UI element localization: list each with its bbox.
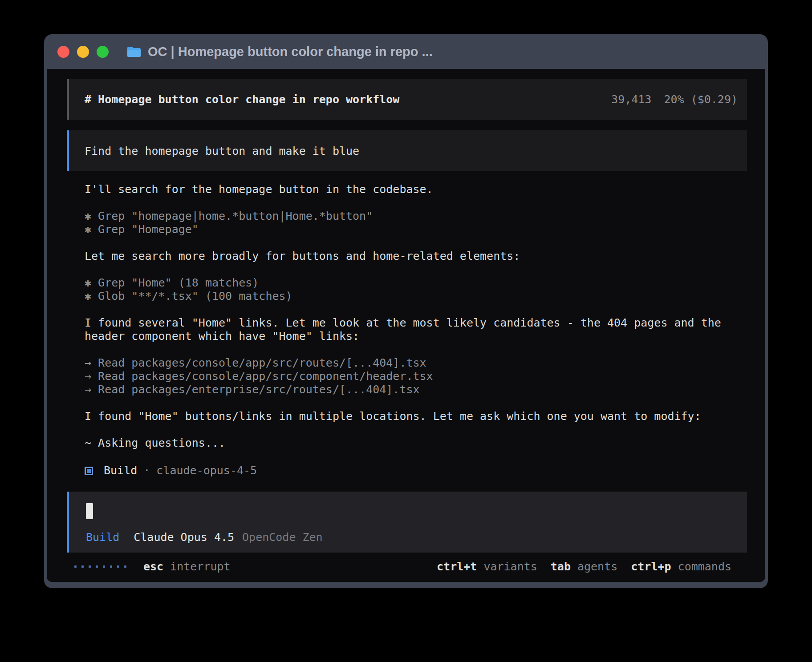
agent-status-line: Build · claude-opus-4-5 xyxy=(85,463,747,478)
agent-name: Build xyxy=(104,464,137,477)
tool-call-grep: ✱ Grep "Homepage" xyxy=(85,223,747,236)
titlebar: OC | Homepage button color change in rep… xyxy=(44,34,768,69)
shortcut-key-ctrl-p: ctrl+p xyxy=(631,560,671,573)
terminal-content: # Homepage button color change in repo w… xyxy=(47,69,765,582)
shortcut-commands: ctrl+p commands xyxy=(631,560,731,573)
maximize-button[interactable] xyxy=(97,46,109,58)
tool-call-glob: ✱ Glob "**/*.tsx" (100 matches) xyxy=(85,290,747,303)
shortcut-agents: tab agents xyxy=(551,560,617,573)
tool-call-group: → Read packages/console/app/src/routes/[… xyxy=(85,356,747,396)
assistant-text: I found several "Home" links. Let me loo… xyxy=(85,316,730,343)
desktop: OC | Homepage button color change in rep… xyxy=(0,0,812,662)
shortcut-key-tab: tab xyxy=(551,560,571,573)
tool-call-read: → Read packages/console/app/src/routes/[… xyxy=(85,356,747,370)
tool-call-group: ✱ Grep "homepage|home.*button|Home.*butt… xyxy=(85,210,747,236)
activity-dots xyxy=(74,565,126,568)
shortcut-label-commands: commands xyxy=(678,560,731,573)
user-message-text: Find the homepage button and make it blu… xyxy=(85,145,359,157)
traffic-lights xyxy=(57,46,109,58)
status-right: ctrl+t variants tab agents ctrl+p comman… xyxy=(437,560,731,573)
assistant-status-text: ~ Asking questions... xyxy=(85,436,730,450)
tool-call-grep: ✱ Grep "homepage|home.*button|Home.*butt… xyxy=(85,210,747,223)
agent-model: claude-opus-4-5 xyxy=(156,464,257,477)
folder-icon xyxy=(126,46,142,58)
tool-call-grep: ✱ Grep "Home" (18 matches) xyxy=(85,276,747,290)
prompt-input[interactable]: Build Claude Opus 4.5 OpenCode Zen xyxy=(67,492,747,553)
assistant-text: Let me search more broadly for buttons a… xyxy=(85,250,730,263)
token-count: 39,413 xyxy=(611,93,651,106)
shortcut-label-variants: variants xyxy=(483,560,537,573)
tool-call-read: → Read packages/console/app/src/componen… xyxy=(85,370,747,383)
tool-call-group: ✱ Grep "Home" (18 matches) ✱ Glob "**/*.… xyxy=(85,276,747,303)
shortcut-label-agents: agents xyxy=(577,560,617,573)
session-meta: 39,413 20% ($0.29) xyxy=(611,93,738,106)
context-usage: 20% ($0.29) xyxy=(664,93,738,106)
assistant-text: I'll search for the homepage button in t… xyxy=(85,183,730,196)
model-row: Build Claude Opus 4.5 OpenCode Zen xyxy=(86,531,731,544)
session-title: # Homepage button color change in repo w… xyxy=(85,93,399,106)
session-header: # Homepage button color change in repo w… xyxy=(67,79,747,120)
agent-separator: · xyxy=(143,464,150,477)
agent-build-icon xyxy=(85,467,93,475)
status-left: esc interrupt xyxy=(74,560,231,573)
provider-name: OpenCode Zen xyxy=(242,531,323,544)
agent-mode-label: Build xyxy=(86,531,119,544)
flex-spacer xyxy=(67,478,747,492)
transcript: I'll search for the homepage button in t… xyxy=(85,183,747,478)
shortcut-key-ctrl-t: ctrl+t xyxy=(437,560,477,573)
user-message: Find the homepage button and make it blu… xyxy=(67,130,747,171)
window-title: OC | Homepage button color change in rep… xyxy=(148,44,433,59)
shortcut-variants: ctrl+t variants xyxy=(437,560,537,573)
assistant-text: I found "Home" buttons/links in multiple… xyxy=(85,410,730,423)
shortcut-label-interrupt: interrupt xyxy=(170,560,230,573)
status-bar: esc interrupt ctrl+t variants tab agents… xyxy=(67,556,747,577)
tool-call-read: → Read packages/enterprise/src/routes/[.… xyxy=(85,383,747,396)
text-cursor[interactable] xyxy=(86,503,93,519)
minimize-button[interactable] xyxy=(77,46,89,58)
terminal-window: OC | Homepage button color change in rep… xyxy=(44,34,768,588)
close-button[interactable] xyxy=(57,46,69,58)
shortcut-key-esc: esc xyxy=(143,560,163,573)
model-name: Claude Opus 4.5 xyxy=(134,531,234,544)
